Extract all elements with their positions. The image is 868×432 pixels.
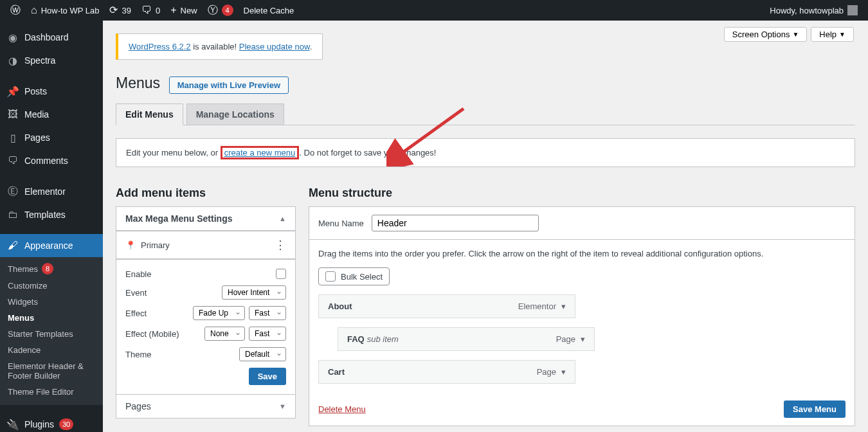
mega-menu-location-row: 📍Primary ⋮ (116, 230, 296, 259)
mega-menu-header[interactable]: Max Mega Menu Settings▲ (116, 207, 295, 230)
save-menu-button[interactable]: Save Menu (784, 401, 845, 418)
comment-icon: 🗨 (6, 154, 19, 167)
refresh-icon: ⟳ (109, 5, 118, 15)
delete-cache-link[interactable]: Delete Cache (239, 0, 300, 21)
comment-icon: 🗨 (141, 5, 152, 15)
caret-up-icon: ▲ (279, 215, 286, 222)
submenu-widgets[interactable]: Widgets (0, 294, 103, 310)
menu-name-input[interactable] (372, 215, 539, 231)
updates-link[interactable]: ⟳39 (104, 0, 136, 21)
effect-select[interactable]: Fade Up (193, 306, 245, 320)
delete-menu-link[interactable]: Delete Menu (318, 404, 366, 414)
chevron-down-icon[interactable]: ▾ (561, 302, 566, 311)
admin-toolbar: ⓦ ⌂How-to WP Lab ⟳39 🗨0 +New Ⓨ4 Delete C… (0, 0, 868, 21)
mega-save-button[interactable]: Save (249, 368, 286, 385)
theme-select[interactable]: Default (239, 347, 286, 361)
screen-options-button[interactable]: Screen Options▼ (724, 27, 808, 42)
live-preview-button[interactable]: Manage with Live Preview (169, 76, 289, 94)
new-label: New (181, 6, 197, 15)
effect-mobile-label: Effect (Mobile) (125, 329, 179, 339)
page-title: Menus (116, 75, 160, 92)
menu-instructions: Drag the items into the order you prefer… (318, 249, 845, 258)
submenu-menus[interactable]: Menus (0, 310, 103, 326)
submenu-themes[interactable]: Themes8 (0, 260, 103, 278)
media-icon: 🖾 (6, 108, 19, 121)
create-new-menu-link[interactable]: create a new menu (224, 148, 296, 158)
howdy-text: Howdy, howtowplab (770, 6, 844, 15)
menu-item-about[interactable]: About Elementor▾ (318, 294, 575, 318)
menu-spectra[interactable]: ◑Spectra (0, 49, 103, 72)
submenu-theme-file-editor[interactable]: Theme File Editor (0, 384, 103, 400)
menu-pages[interactable]: ▯Pages (0, 126, 103, 149)
effect-label: Effect (125, 309, 147, 318)
menu-item-cart[interactable]: Cart Page▾ (318, 360, 575, 384)
yoast-link[interactable]: Ⓨ4 (203, 0, 239, 21)
effect-speed-select[interactable]: Fast (249, 306, 286, 320)
content-area: Screen Options▼ Help▼ WordPress 6.2.2 is… (103, 21, 868, 432)
effect-mobile-select[interactable]: None (204, 327, 245, 341)
chevron-down-icon[interactable]: ▾ (561, 367, 566, 377)
mega-location: Primary (141, 240, 170, 250)
site-name-link[interactable]: ⌂How-to WP Lab (26, 0, 104, 21)
dashboard-icon: ◉ (6, 31, 19, 44)
wp-version-link[interactable]: WordPress 6.2.2 (129, 42, 191, 51)
chevron-down-icon[interactable]: ▾ (581, 334, 585, 344)
pages-panel[interactable]: Pages▼ (116, 394, 296, 419)
event-label: Event (125, 288, 147, 298)
create-menu-highlight: create a new menu (221, 146, 300, 159)
comments-link[interactable]: 🗨0 (136, 0, 165, 21)
page-icon: ▯ (6, 131, 19, 144)
menu-item-faq[interactable]: FAQsub item Page▾ (338, 327, 595, 351)
wordpress-icon: ⓦ (10, 5, 21, 15)
mega-menu-panel: Max Mega Menu Settings▲ (116, 206, 296, 231)
enable-label: Enable (125, 269, 151, 279)
bulk-select-button[interactable]: Bulk Select (318, 267, 390, 285)
themes-count: 8 (42, 263, 53, 274)
appearance-submenu: Themes8 Customize Widgets Menus Starter … (0, 257, 103, 405)
theme-label: Theme (125, 350, 151, 359)
wp-logo[interactable]: ⓦ (5, 0, 26, 21)
tab-manage-locations[interactable]: Manage Locations (186, 104, 284, 125)
menu-elementor[interactable]: ⒺElementor (0, 180, 103, 203)
mega-menu-body: Enable EventHover Intent EffectFade UpFa… (116, 258, 296, 395)
update-now-link[interactable]: Please update now (239, 42, 310, 51)
admin-sidemenu: ◉Dashboard ◑Spectra 📌Posts 🖾Media ▯Pages… (0, 21, 103, 432)
new-content-link[interactable]: +New (165, 0, 202, 21)
menu-comments[interactable]: 🗨Comments (0, 149, 103, 172)
menu-appearance[interactable]: 🖌Appearance (0, 234, 103, 257)
folder-icon: 🗀 (6, 208, 19, 221)
pin-icon: 📌 (6, 85, 19, 98)
kebab-icon[interactable]: ⋮ (275, 238, 286, 252)
howdy-link[interactable]: Howdy, howtowplab (764, 0, 863, 21)
home-icon: ⌂ (31, 5, 37, 15)
menu-edit-box: Menu Name Drag the items into the order … (309, 206, 855, 426)
help-button[interactable]: Help▼ (811, 27, 854, 42)
chevron-down-icon: ▼ (839, 31, 845, 38)
brush-icon: 🖌 (6, 239, 19, 252)
menu-templates[interactable]: 🗀Templates (0, 203, 103, 226)
comments-count: 0 (156, 6, 160, 15)
menu-media[interactable]: 🖾Media (0, 103, 103, 126)
updates-count: 39 (122, 6, 131, 15)
enable-checkbox[interactable] (276, 269, 286, 279)
event-select[interactable]: Hover Intent (222, 285, 286, 300)
nav-tabs: Edit Menus Manage Locations (116, 104, 855, 125)
yoast-icon: Ⓨ (208, 5, 218, 15)
spectra-icon: ◑ (6, 54, 19, 67)
submenu-elementor-header-footer[interactable]: Elementor Header & Footer Builder (0, 358, 103, 384)
submenu-kadence[interactable]: Kadence (0, 342, 103, 358)
plugin-icon: 🔌 (6, 418, 19, 431)
menu-dashboard[interactable]: ◉Dashboard (0, 26, 103, 49)
menu-plugins[interactable]: 🔌Plugins30 (0, 413, 103, 432)
menu-posts[interactable]: 📌Posts (0, 80, 103, 103)
menu-structure-heading: Menu structure (309, 186, 855, 200)
effect-mobile-speed-select[interactable]: Fast (249, 327, 286, 341)
plugins-count: 30 (59, 419, 73, 430)
bulk-select-checkbox[interactable] (325, 271, 336, 282)
avatar (847, 5, 858, 15)
update-nag: WordPress 6.2.2 is available! Please upd… (116, 33, 323, 60)
submenu-customize[interactable]: Customize (0, 278, 103, 294)
tab-edit-menus[interactable]: Edit Menus (116, 104, 183, 125)
submenu-starter-templates[interactable]: Starter Templates (0, 326, 103, 342)
edit-menu-notice: Edit your menu below, or create a new me… (116, 138, 855, 167)
